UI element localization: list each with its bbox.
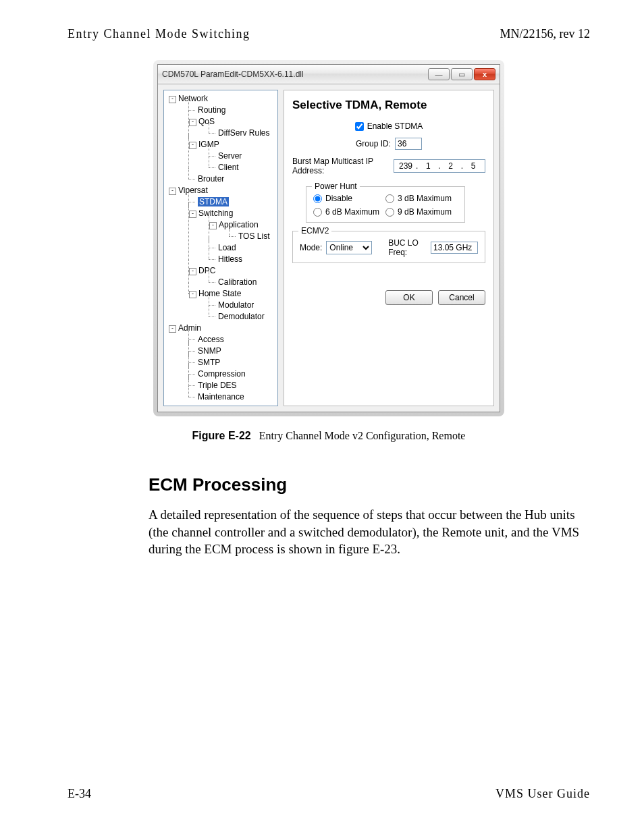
tree-maintenance[interactable]: Maintenance <box>198 392 244 402</box>
tree-hitless[interactable]: Hitless <box>218 254 242 264</box>
tree-diffserv[interactable]: DiffServ Rules <box>218 128 269 138</box>
tree-tdes[interactable]: Triple DES <box>198 381 237 390</box>
tree-switching[interactable]: Switching <box>198 209 233 218</box>
collapse-icon[interactable]: - <box>189 142 196 149</box>
footer-left: E-34 <box>68 787 91 801</box>
cancel-button[interactable]: Cancel <box>438 290 485 305</box>
burst-ip-input[interactable]: . . . <box>394 159 485 173</box>
tree-dpc[interactable]: DPC <box>198 266 215 275</box>
tree-admin[interactable]: Admin <box>178 323 201 333</box>
section-body: A detailed representation of the sequenc… <box>149 506 590 558</box>
tree-stdma[interactable]: STDMA <box>198 197 229 206</box>
group-id-input[interactable] <box>395 138 422 150</box>
collapse-icon[interactable]: - <box>209 222 217 229</box>
tree-application[interactable]: Application <box>219 220 259 229</box>
maximize-button[interactable]: ▭ <box>451 68 473 80</box>
dialog-shell: CDM570L ParamEdit-CDM5XX-6.11.dll — ▭ x … <box>153 60 504 416</box>
figure-label: Figure E-22 <box>192 430 251 441</box>
ok-button[interactable]: OK <box>385 290 433 305</box>
ip-octet-3[interactable] <box>442 161 460 171</box>
collapse-icon[interactable]: - <box>189 268 196 275</box>
header-left: Entry Channel Mode Switching <box>68 27 250 41</box>
dialog-window: CDM570L ParamEdit-CDM5XX-6.11.dll — ▭ x … <box>157 64 500 412</box>
collapse-icon[interactable]: - <box>189 291 196 298</box>
tree-access[interactable]: Access <box>198 335 224 344</box>
power-hunt-3db-radio[interactable] <box>385 194 394 203</box>
figure-wrapper: CDM570L ParamEdit-CDM5XX-6.11.dll — ▭ x … <box>68 60 590 416</box>
tree-smtp[interactable]: SMTP <box>198 358 220 367</box>
power-hunt-title: Power Hunt <box>312 182 360 191</box>
figure-caption: Figure E-22 Entry Channel Mode v2 Config… <box>68 430 590 442</box>
content-pane: Selective TDMA, Remote Enable STDMA Grou… <box>284 90 494 406</box>
nav-tree[interactable]: -Network Routing -QoS DiffServ Rules -IG… <box>163 90 278 406</box>
ecmv2-title: ECMV2 <box>298 226 331 236</box>
dialog-body: -Network Routing -QoS DiffServ Rules -IG… <box>158 84 500 412</box>
tree-vipersat[interactable]: Vipersat <box>178 186 208 195</box>
collapse-icon[interactable]: - <box>189 211 196 218</box>
power-hunt-6db-label: 6 dB Maximum <box>325 207 379 217</box>
group-id-label: Group ID: <box>356 139 391 148</box>
buc-freq-input[interactable] <box>431 242 478 254</box>
window-title: CDM570L ParamEdit-CDM5XX-6.11.dll <box>162 70 427 79</box>
enable-stdma-checkbox[interactable] <box>355 122 364 131</box>
tree-tos[interactable]: TOS List <box>238 231 269 241</box>
power-hunt-group: Power Hunt Disable 3 dB Maximum <box>306 186 465 223</box>
header-right: MN/22156, rev 12 <box>500 27 591 41</box>
tree-demodulator[interactable]: Demodulator <box>218 312 265 321</box>
section-heading: ECM Processing <box>149 474 590 495</box>
collapse-icon[interactable]: - <box>169 96 176 103</box>
tree-load[interactable]: Load <box>218 243 236 252</box>
buc-freq-label: BUC LO Freq: <box>388 238 427 257</box>
minimize-button[interactable]: — <box>428 68 450 80</box>
tree-calibration[interactable]: Calibration <box>218 277 257 287</box>
tree-qos[interactable]: QoS <box>198 117 215 126</box>
footer-right: VMS User Guide <box>495 787 590 801</box>
tree-modulator[interactable]: Modulator <box>218 300 254 310</box>
pane-heading: Selective TDMA, Remote <box>292 99 485 112</box>
tree-routing[interactable]: Routing <box>198 105 225 115</box>
tree-brouter[interactable]: Brouter <box>198 174 224 184</box>
ip-octet-1[interactable] <box>397 161 414 171</box>
tree-home-state[interactable]: Home State <box>198 289 241 298</box>
tree-server[interactable]: Server <box>218 151 242 161</box>
titlebar[interactable]: CDM570L ParamEdit-CDM5XX-6.11.dll — ▭ x <box>158 65 500 84</box>
close-button[interactable]: x <box>474 68 495 80</box>
burst-ip-label: Burst Map Multicast IP Address: <box>292 157 390 175</box>
power-hunt-3db-label: 3 dB Maximum <box>398 194 452 203</box>
power-hunt-disable-label: Disable <box>325 194 352 203</box>
enable-stdma-label: Enable STDMA <box>367 121 423 131</box>
page-header: Entry Channel Mode Switching MN/22156, r… <box>68 27 590 41</box>
collapse-icon[interactable]: - <box>189 119 196 126</box>
ecmv2-group: ECMV2 Mode: Online BUC LO Freq: <box>292 231 485 263</box>
page-footer: E-34 VMS User Guide <box>68 760 590 801</box>
tree-network[interactable]: Network <box>178 94 208 103</box>
power-hunt-6db-radio[interactable] <box>313 208 322 217</box>
tree-client[interactable]: Client <box>218 163 239 172</box>
collapse-icon[interactable]: - <box>169 188 176 195</box>
ecm-mode-label: Mode: <box>300 243 322 252</box>
ip-octet-4[interactable] <box>464 161 482 171</box>
ip-octet-2[interactable] <box>419 161 437 171</box>
power-hunt-disable-radio[interactable] <box>313 194 322 203</box>
figure-text: Entry Channel Mode v2 Configuration, Rem… <box>259 430 466 441</box>
power-hunt-9db-radio[interactable] <box>385 208 394 217</box>
collapse-icon[interactable]: - <box>169 325 176 333</box>
power-hunt-9db-label: 9 dB Maximum <box>398 207 452 217</box>
tree-snmp[interactable]: SNMP <box>198 346 221 356</box>
tree-compression[interactable]: Compression <box>198 369 246 379</box>
ecm-mode-select[interactable]: Online <box>326 241 372 254</box>
